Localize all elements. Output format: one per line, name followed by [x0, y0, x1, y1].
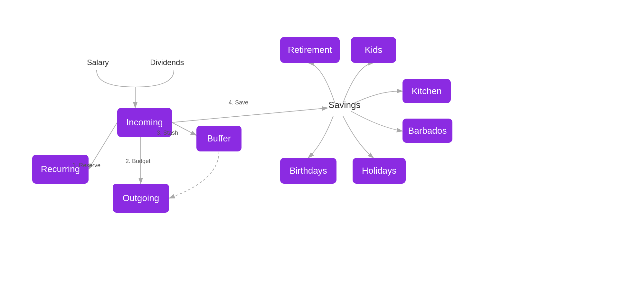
retirement-node: Retirement [280, 37, 340, 63]
kids-node: Kids [351, 37, 396, 63]
holidays-node: Holidays [353, 158, 406, 184]
savings-label: Savings [328, 100, 361, 110]
budget-label: 2. Budget [126, 158, 150, 165]
save-label: 4. Save [229, 99, 248, 106]
birthdays-node: Birthdays [280, 158, 336, 184]
stash-label: 3. Stash [157, 130, 178, 136]
barbados-node: Barbados [402, 119, 452, 143]
reserve-label: 1. Reserve [72, 162, 100, 169]
dividends-label: Dividends [150, 58, 184, 67]
salary-label: Salary [87, 58, 109, 67]
kitchen-node: Kitchen [402, 79, 451, 103]
outgoing-node: Outgoing [113, 184, 169, 213]
svg-line-7 [172, 108, 328, 122]
buffer-node: Buffer [196, 126, 242, 151]
recurring-node: Recurring [32, 155, 89, 184]
